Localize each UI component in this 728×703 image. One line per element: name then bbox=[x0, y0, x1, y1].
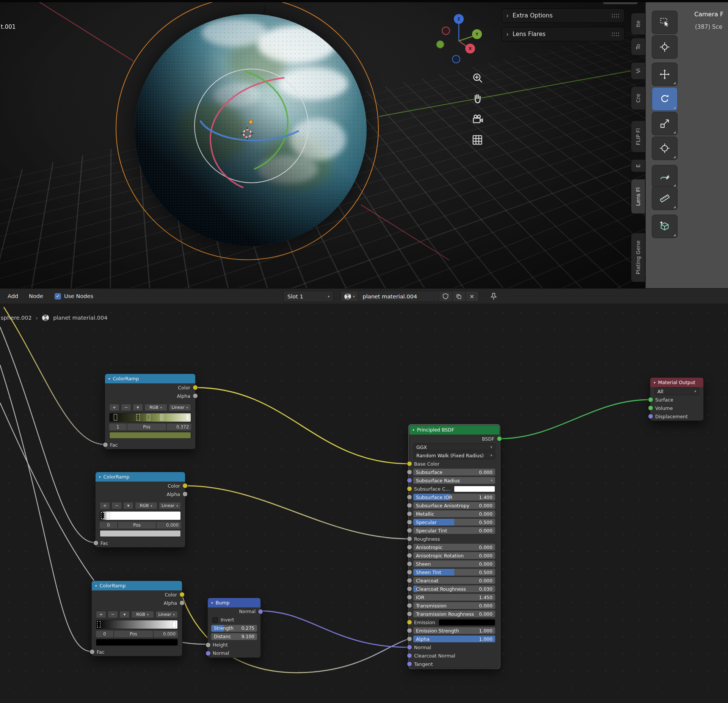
gradient-stop-active[interactable] bbox=[97, 621, 100, 628]
socket-clearcoat-roughness[interactable] bbox=[407, 586, 412, 592]
checkbox-checked-icon[interactable]: ✓ bbox=[55, 293, 61, 300]
distribution-dropdown-row[interactable]: GGX▾ bbox=[409, 443, 499, 451]
socket-color-out[interactable] bbox=[179, 592, 185, 597]
collapse-icon[interactable]: ▾ bbox=[108, 377, 110, 381]
material-slot-select[interactable]: Slot 1 ▾ bbox=[283, 291, 334, 302]
checkbox-unchecked-icon[interactable] bbox=[212, 617, 218, 623]
drag-dots-icon[interactable] bbox=[611, 13, 620, 18]
gradient-stop[interactable] bbox=[186, 414, 189, 421]
stop-color-swatch[interactable] bbox=[100, 530, 181, 537]
socket-sheen-tint[interactable] bbox=[407, 570, 412, 575]
color-mode-dropdown[interactable]: RGB▾ bbox=[131, 611, 154, 618]
socket-emission[interactable] bbox=[407, 620, 412, 625]
socket-specular[interactable] bbox=[407, 519, 412, 525]
tool-transform-button[interactable] bbox=[652, 137, 678, 160]
node-header[interactable]: ▾ ColorRamp bbox=[105, 374, 195, 383]
interpolation-dropdown[interactable]: Linear▾ bbox=[169, 404, 191, 411]
input-sheen-tint[interactable]: Sheen Tint0.500 bbox=[409, 568, 499, 576]
socket-subsurface-anisotropy[interactable] bbox=[407, 503, 412, 508]
stop-index-field[interactable]: 1 bbox=[109, 424, 127, 430]
stop-options-dropdown[interactable]: ▾ bbox=[119, 611, 130, 618]
tool-cursor-button[interactable] bbox=[652, 35, 678, 59]
socket-alpha-out[interactable] bbox=[193, 393, 198, 399]
extra-options-panel[interactable]: › Extra Options bbox=[501, 8, 624, 23]
input-subsurface-color[interactable]: Subsurface Color bbox=[409, 485, 499, 493]
material-name-field[interactable]: planet material.004 bbox=[358, 291, 439, 302]
unlink-material-button[interactable]: × bbox=[466, 291, 479, 302]
socket-surface[interactable] bbox=[648, 397, 653, 402]
socket-normal-in[interactable] bbox=[206, 651, 211, 656]
socket-color-out[interactable] bbox=[182, 483, 188, 488]
colorramp-node-2[interactable]: ▾ ColorRamp Color Alpha + − ▾ RGB▾ Linea… bbox=[95, 472, 185, 548]
colorramp-node-1[interactable]: ▾ ColorRamp Color Alpha + − ▾ RGB▾ Linea… bbox=[105, 373, 196, 449]
node-header[interactable]: ▾ ColorRamp bbox=[92, 581, 182, 590]
sidebar-tab-plating-generator[interactable]: Plating Gene bbox=[631, 233, 645, 282]
tool-scale-button[interactable] bbox=[652, 112, 678, 135]
socket-transmission-roughness[interactable] bbox=[407, 611, 412, 617]
add-menu[interactable]: Add bbox=[8, 293, 18, 299]
pos-label[interactable]: Pos bbox=[114, 631, 153, 637]
tool-select-box-button[interactable] bbox=[652, 11, 678, 34]
bump-node[interactable]: ▾ Bump Normal Invert Strength0.275 Dista… bbox=[207, 598, 261, 658]
sidebar-tab-view[interactable]: Vi bbox=[631, 62, 645, 80]
collapse-icon[interactable]: ▾ bbox=[95, 584, 97, 588]
gradient-stop[interactable] bbox=[107, 512, 110, 519]
add-stop-button[interactable]: + bbox=[96, 611, 106, 618]
gradient-stop-active[interactable] bbox=[136, 414, 140, 421]
input-subsurface[interactable]: Subsurface0.000 bbox=[409, 468, 499, 476]
input-emission[interactable]: Emission bbox=[409, 618, 499, 626]
socket-subsurface-color[interactable] bbox=[407, 486, 412, 491]
socket-fac-in[interactable] bbox=[103, 442, 108, 447]
collapsed-header-button[interactable] bbox=[603, 2, 638, 4]
color-mode-dropdown[interactable]: RGB▾ bbox=[144, 404, 167, 411]
socket-subsurface-radius[interactable] bbox=[407, 478, 412, 483]
socket-anisotropic[interactable] bbox=[407, 545, 412, 550]
lens-flares-panel[interactable]: › Lens Flares bbox=[501, 27, 624, 41]
socket-ior[interactable] bbox=[407, 595, 412, 600]
gradient-bar[interactable] bbox=[109, 413, 191, 422]
input-clearcoat-roughness[interactable]: Clearcoat Roughness0.030 bbox=[409, 585, 499, 593]
3d-viewport-right[interactable]: Camera F (387) Sce bbox=[645, 0, 728, 288]
socket-bsdf-out[interactable] bbox=[497, 436, 502, 441]
tool-move-button[interactable] bbox=[652, 63, 678, 86]
sidebar-tab-flip-fluids[interactable]: FLIP Fl bbox=[631, 121, 645, 152]
remove-stop-button[interactable]: − bbox=[108, 611, 118, 618]
input-subsurface-radius[interactable]: Subsurface Radius▾ bbox=[409, 476, 499, 485]
input-anisotropic-rotation[interactable]: Anisotropic Rotation0.000 bbox=[409, 551, 499, 560]
socket-volume[interactable] bbox=[648, 405, 653, 411]
socket-roughness[interactable] bbox=[407, 536, 412, 541]
collapse-icon[interactable]: ▾ bbox=[211, 601, 213, 605]
drag-dots-icon[interactable] bbox=[611, 32, 620, 37]
input-ior[interactable]: IOR1.450 bbox=[409, 593, 499, 601]
subsurface-color-swatch[interactable] bbox=[454, 486, 495, 492]
gradient-bar[interactable] bbox=[96, 620, 178, 629]
stop-color-swatch[interactable] bbox=[109, 432, 191, 439]
gradient-stop[interactable] bbox=[114, 414, 117, 421]
socket-specular-tint[interactable] bbox=[407, 528, 412, 533]
sidebar-tab-create[interactable]: Cre bbox=[631, 86, 645, 110]
socket-normal[interactable] bbox=[407, 645, 412, 650]
input-metallic[interactable]: Metallic0.000 bbox=[409, 510, 499, 518]
socket-subsurface[interactable] bbox=[407, 469, 412, 475]
remove-stop-button[interactable]: − bbox=[111, 502, 122, 509]
sidebar-tab-lens-flares[interactable]: Lens Fl bbox=[631, 179, 645, 214]
3d-viewport[interactable]: t.001 › Extra Options › Lens Flares Z Y … bbox=[0, 0, 645, 288]
tool-add-cube-button[interactable] bbox=[652, 215, 678, 238]
breadcrumb-material[interactable]: planet material.004 bbox=[53, 315, 107, 321]
colorramp-node-3[interactable]: ▾ ColorRamp Color Alpha + − ▾ RGB▾ Linea… bbox=[91, 581, 182, 656]
socket-fac-in[interactable] bbox=[93, 540, 99, 546]
new-material-copy-button[interactable] bbox=[452, 291, 466, 302]
gradient-stop[interactable] bbox=[160, 414, 163, 421]
pin-button[interactable] bbox=[490, 292, 497, 302]
gradient-bar[interactable] bbox=[100, 511, 181, 520]
stop-index-field[interactable]: 0 bbox=[100, 522, 117, 529]
input-specular-tint[interactable]: Specular Tint0.000 bbox=[409, 526, 499, 535]
socket-anisotropic-rotation[interactable] bbox=[407, 553, 412, 558]
use-nodes-toggle[interactable]: ✓ Use Nodes bbox=[55, 293, 93, 300]
pos-value-field[interactable]: 0.000 bbox=[154, 631, 178, 637]
emission-color-swatch[interactable] bbox=[439, 619, 495, 626]
ortho-grid-icon[interactable] bbox=[471, 133, 484, 146]
strength-slider-row[interactable]: Strength0.275 bbox=[208, 624, 260, 632]
input-subsurface-anisotropy[interactable]: Subsurface Anisotropy0.000 bbox=[409, 501, 499, 510]
gradient-stop-active[interactable] bbox=[101, 512, 104, 519]
